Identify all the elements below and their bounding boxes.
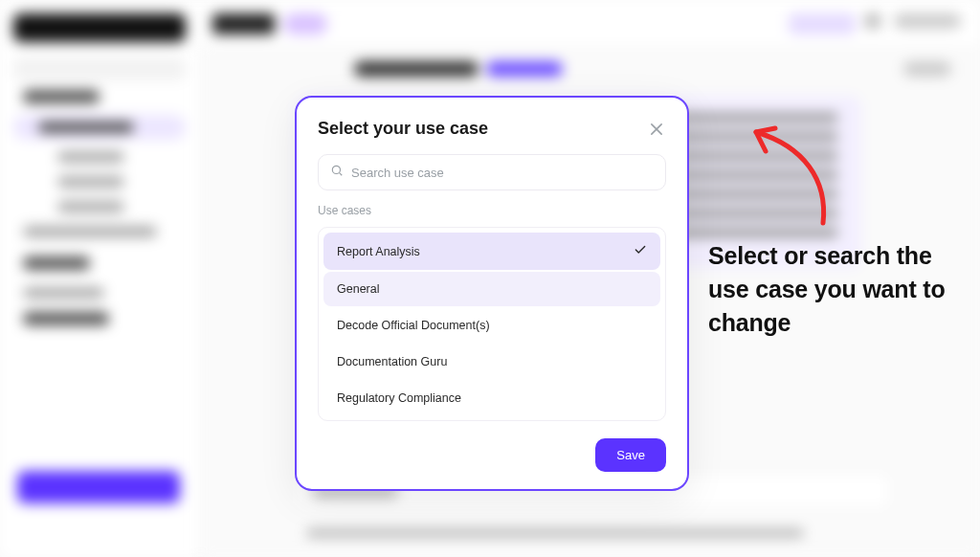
use-cases-section-label: Use cases	[318, 204, 666, 217]
use-case-option-label: General	[337, 282, 379, 296]
use-case-list: Report Analysis General Decode Official …	[318, 227, 666, 421]
search-icon	[330, 164, 344, 181]
use-case-option-label: Documentation Guru	[337, 355, 447, 368]
search-use-case-input-wrap[interactable]	[318, 154, 666, 190]
annotation-arrow-icon	[727, 113, 842, 228]
use-case-option-label: Regulatory Compliance	[337, 391, 461, 405]
modal-footer: Save	[318, 438, 666, 472]
check-icon	[634, 243, 647, 259]
use-case-option[interactable]: Report Analysis	[323, 233, 660, 270]
select-use-case-modal: Select your use case Use cases Report An…	[295, 96, 689, 491]
use-case-option[interactable]: Decode Official Document(s)	[323, 308, 660, 343]
close-icon[interactable]	[647, 120, 666, 139]
use-case-option[interactable]: Regulatory Compliance	[323, 381, 660, 415]
svg-line-3	[340, 173, 343, 176]
annotation-text: Select or search the use case you want t…	[708, 239, 962, 340]
search-use-case-input[interactable]	[351, 166, 654, 180]
use-case-option-label: Report Analysis	[337, 245, 420, 258]
use-case-option[interactable]: Documentation Guru	[323, 345, 660, 379]
use-case-option[interactable]: General	[323, 272, 660, 306]
modal-header: Select your use case	[318, 119, 666, 139]
save-button[interactable]: Save	[595, 438, 666, 472]
modal-title: Select your use case	[318, 119, 488, 139]
svg-point-2	[332, 166, 340, 173]
use-case-option-label: Decode Official Document(s)	[337, 319, 490, 332]
